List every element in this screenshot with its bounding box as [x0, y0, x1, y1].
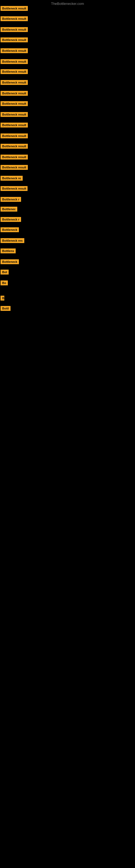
bottleneck-result-badge: B: [1, 296, 4, 301]
bottleneck-result-badge: Bottleneck res: [1, 238, 24, 243]
bottleneck-result-badge: Bottleneck result: [1, 101, 28, 106]
bottleneck-result-badge: Bottleneck: [1, 227, 19, 232]
bottleneck-result-badge: Bottleneck result: [1, 165, 28, 170]
bottleneck-result-badge: Bottleneck result: [1, 6, 28, 11]
bottleneck-result-badge: Bottleneck result: [1, 123, 28, 127]
bottleneck-result-badge: Bottleneck result: [1, 27, 28, 32]
bottleneck-result-badge: Bottleneck result: [1, 37, 28, 42]
bottleneck-result-badge: Bottleneck result: [1, 112, 28, 117]
site-title: TheBottlenecker.com: [51, 2, 84, 6]
bottleneck-result-badge: Bottleneck result: [1, 144, 28, 149]
bottleneck-result-badge: Bottleneck re: [1, 176, 23, 181]
bottleneck-result-badge: Bottleneck r: [1, 217, 21, 222]
bottleneck-result-badge: Bottleneck result: [1, 69, 28, 74]
bottleneck-result-badge: Bottlenec: [1, 207, 17, 212]
bottleneck-result-badge: Bottleneck result: [1, 59, 28, 64]
bottleneck-result-badge: Bottleneck result: [1, 80, 28, 85]
bottleneck-result-badge: Bottleneck result: [1, 91, 28, 96]
bottleneck-result-badge: Bottleneck r: [1, 197, 21, 202]
bottleneck-result-badge: Bot: [1, 270, 9, 275]
bottleneck-result-badge: Bottleneck result: [1, 16, 28, 21]
bottleneck-result-badge: Bottleneck result: [1, 133, 28, 138]
bottleneck-result-badge: Bottleneck result: [1, 48, 28, 53]
bottleneck-result-badge: Bo: [1, 280, 8, 285]
bottleneck-result-badge: Bottl: [1, 306, 10, 311]
bottleneck-result-badge: Bottleneck: [1, 259, 19, 264]
bottleneck-result-badge: Bottleneck result: [1, 186, 28, 191]
bottleneck-result-badge: Bottleneck result: [1, 155, 28, 159]
bottleneck-result-badge: Bottlens: [1, 248, 16, 253]
